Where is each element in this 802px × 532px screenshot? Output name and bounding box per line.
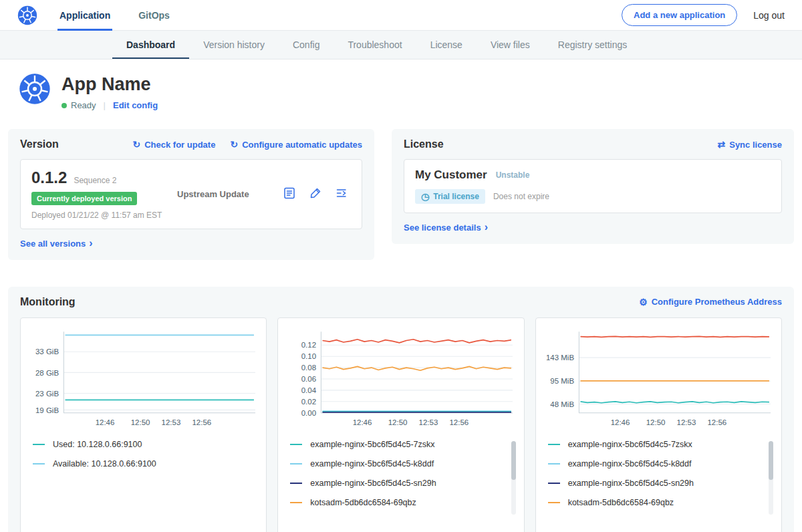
subnav-version-history[interactable]: Version history [189,31,279,59]
gear-icon: ⚙ [639,297,648,307]
legend-swatch [290,463,302,464]
legend-swatch [33,444,45,445]
svg-text:12:46: 12:46 [353,418,372,426]
app-header: App Name Ready | Edit config [0,59,802,118]
monitoring-panel: Monitoring ⚙ Configure Prometheus Addres… [8,287,794,532]
app-sub-nav: Dashboard Version history Config Trouble… [0,31,802,59]
legend-scrollbar-thumb[interactable] [511,441,516,480]
legend-swatch [33,463,45,464]
svg-text:143 MiB: 143 MiB [546,354,575,362]
legend-swatch [290,444,302,445]
see-license-details-label: See license details [404,223,481,233]
legend-item: kotsadm-5db6dc6584-69qbz [548,498,763,507]
legend-label: example-nginx-5bc6f5d4c5-7zskx [568,440,692,449]
chart-title: CPU Usage [285,529,517,532]
svg-text:0.12: 0.12 [301,341,316,349]
svg-text:0.06: 0.06 [301,375,316,383]
subnav-dashboard[interactable]: Dashboard [112,31,189,59]
auto-update-icon: ↻ [230,140,238,149]
svg-text:0.02: 0.02 [301,397,316,405]
legend-item: Available: 10.128.0.66:9100 [33,459,247,469]
sync-license-link[interactable]: ⇄ Sync license [717,140,782,150]
svg-text:0.08: 0.08 [301,364,316,372]
svg-text:0.04: 0.04 [301,386,317,394]
license-channel: Unstable [496,170,530,180]
svg-text:12:46: 12:46 [96,418,115,426]
nav-tab-application[interactable]: Application [57,0,112,31]
chevron-right-icon: › [485,222,488,233]
svg-text:28 GiB: 28 GiB [35,368,59,376]
legend-swatch [548,444,560,445]
legend-scrollbar[interactable] [769,441,773,515]
legend-scrollbar[interactable] [511,441,516,515]
see-license-details-link[interactable]: See license details › [404,222,488,233]
legend-label: example-nginx-5bc6f5d4c5-k8ddf [568,459,692,469]
check-for-update-link[interactable]: ↻ Check for update [132,140,215,150]
svg-text:12:50: 12:50 [646,418,665,426]
svg-text:12:56: 12:56 [450,418,469,426]
chart-plot: 33 GiB28 GiB23 GiB19 GiB12:4612:5012:531… [27,326,259,431]
subnav-troubleshoot[interactable]: Troubleshoot [333,31,416,59]
refresh-icon: ↻ [132,140,140,149]
legend-item: Used: 10.128.0.66:9100 [33,440,247,449]
deployed-badge: Currently deployed version [31,192,137,205]
edit-config-link[interactable]: Edit config [113,100,158,110]
legend-item: example-nginx-5bc6f5d4c5-7zskx [548,440,763,449]
see-all-versions-link[interactable]: See all versions › [20,238,93,249]
memory-usage-legend[interactable]: example-nginx-5bc6f5d4c5-7zskxexample-ng… [548,440,773,529]
legend-item: example-nginx-5bc6f5d4c5-sn29h [548,479,763,488]
legend-swatch [290,502,302,503]
svg-text:0.00: 0.00 [301,408,316,416]
legend-item: example-nginx-5bc6f5d4c5-7zskx [290,440,505,449]
legend-label: kotsadm-5db6dc6584-69qbz [568,498,674,507]
svg-text:48 MiB: 48 MiB [550,400,574,408]
memory-usage-chart-card: 143 MiB95 MiB48 MiB12:4612:5012:5312:56 … [535,317,782,532]
view-diff-icon[interactable] [335,186,348,203]
configure-automatic-updates-label: Configure automatic updates [242,140,362,150]
charts-row: 33 GiB28 GiB23 GiB19 GiB12:4612:5012:531… [20,317,782,532]
svg-text:95 MiB: 95 MiB [550,377,574,385]
svg-text:12:53: 12:53 [676,418,696,426]
subnav-view-files[interactable]: View files [477,31,544,59]
subnav-license[interactable]: License [416,31,477,59]
status-dot [61,103,67,108]
sync-license-label: Sync license [729,140,782,150]
check-for-update-label: Check for update [144,140,215,150]
svg-text:12:56: 12:56 [192,418,211,426]
subnav-registry-settings[interactable]: Registry settings [544,31,641,59]
configure-automatic-updates-link[interactable]: ↻ Configure automatic updates [230,140,362,150]
legend-scrollbar-thumb[interactable] [769,441,773,480]
primary-nav: Application GitOps [57,0,196,31]
svg-text:0.10: 0.10 [301,352,316,360]
top-nav: Application GitOps Add a new application… [0,0,802,31]
page-title: App Name [61,74,158,95]
svg-text:12:56: 12:56 [707,418,726,426]
disk-usage-chart-card: 33 GiB28 GiB23 GiB19 GiB12:4612:5012:531… [20,317,267,532]
logout-link[interactable]: Log out [753,10,785,21]
svg-text:12:50: 12:50 [388,418,408,426]
cpu-usage-legend[interactable]: example-nginx-5bc6f5d4c5-7zskxexample-ng… [290,440,515,529]
nav-tab-gitops[interactable]: GitOps [136,0,172,31]
current-version-box: 0.1.2 Sequence 2 Currently deployed vers… [20,159,362,229]
clock-icon: ◷ [421,192,429,201]
license-card-title: License [404,138,444,150]
svg-text:23 GiB: 23 GiB [35,389,59,397]
deployed-timestamp: Deployed 01/21/22 @ 11:57 am EST [31,211,177,220]
svg-text:19 GiB: 19 GiB [35,406,59,414]
legend-label: kotsadm-5db6dc6584-69qbz [310,498,416,507]
trial-license-label: Trial license [433,192,479,201]
cards-row: Version ↻ Check for update ↻ Configure a… [8,129,794,260]
kubernetes-logo-icon[interactable] [17,5,37,25]
see-all-versions-label: See all versions [20,239,86,249]
configure-prometheus-link[interactable]: ⚙ Configure Prometheus Address [639,297,782,307]
version-number: 0.1.2 [31,168,67,187]
edit-config-icon[interactable] [309,186,322,203]
chart-title: Disk Usage [27,529,259,532]
release-notes-icon[interactable] [283,186,296,203]
add-application-button[interactable]: Add a new application [622,4,737,26]
version-sequence: Sequence 2 [74,176,116,185]
upstream-update-label: Upstream Update [177,189,249,199]
subnav-config[interactable]: Config [279,31,333,59]
chart-plot: 0.120.100.080.060.040.020.0012:4612:5012… [285,326,517,431]
svg-text:12:53: 12:53 [162,418,181,426]
